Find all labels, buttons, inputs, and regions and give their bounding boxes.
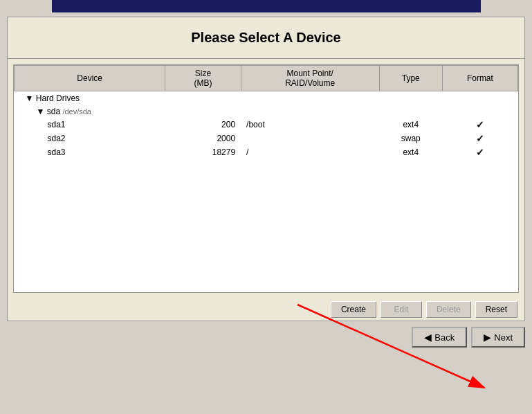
partition-type: ext4 [379,145,442,159]
page-title: Please Select A Device [15,30,517,46]
device-table-container: Device Size(MB) Mount Point/RAID/Volume … [13,64,519,293]
edit-button[interactable]: Edit [380,301,422,318]
partition-size: 2000 [165,132,241,145]
back-icon: ◀ [424,332,432,343]
col-format: Format [442,66,517,91]
table-row[interactable]: sda2 2000 swap ✓ [15,132,518,145]
group-label: ▼ Hard Drives [15,91,518,106]
col-size: Size(MB) [165,66,241,91]
next-icon: ▶ [484,332,491,343]
col-mount: Mount Point/RAID/Volume [241,66,379,91]
top-bar [52,0,481,12]
sda-label: ▼ sda /dev/sda [15,105,165,118]
partition-name: sda1 [15,118,165,132]
partition-mount [241,132,379,145]
row-sda: ▼ sda /dev/sda [15,105,518,118]
delete-button[interactable]: Delete [426,301,471,318]
create-button[interactable]: Create [331,301,376,318]
next-button[interactable]: ▶ Next [471,327,525,348]
partition-format: ✓ [442,145,517,159]
col-device: Device [15,66,165,91]
partition-size: 18279 [165,145,241,159]
table-row[interactable]: sda3 18279 / ext4 ✓ [15,145,518,159]
partition-type: swap [379,132,442,145]
device-table: Device Size(MB) Mount Point/RAID/Volume … [14,65,518,159]
partition-mount: / [241,145,379,159]
expand-icon: ▼ [26,93,36,103]
sda-dev-label: /dev/sda [62,107,91,116]
partition-name: sda2 [15,132,165,145]
reset-button[interactable]: Reset [475,301,517,318]
main-container: Please Select A Device Device Size(MB) M… [7,17,525,321]
title-bar: Please Select A Device [8,17,524,59]
col-type: Type [379,66,442,91]
partition-size: 200 [165,118,241,132]
partition-format: ✓ [442,118,517,132]
nav-buttons: ◀ Back ▶ Next [0,321,532,353]
action-buttons: Create Edit Delete Reset [8,298,524,321]
table-row[interactable]: sda1 200 /boot ext4 ✓ [15,118,518,132]
partition-name: sda3 [15,145,165,159]
group-hard-drives: ▼ Hard Drives [15,91,518,106]
partition-type: ext4 [379,118,442,132]
back-button[interactable]: ◀ Back [412,327,467,348]
partition-format: ✓ [442,132,517,145]
partition-mount: /boot [241,118,379,132]
